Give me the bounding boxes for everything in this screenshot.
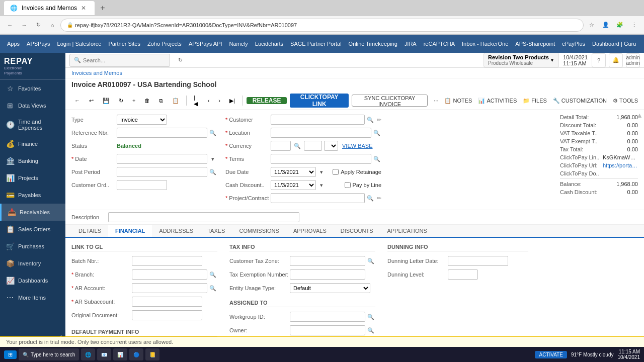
taskbar-chrome[interactable]: 🔵 (129, 348, 143, 360)
toolbar-recaptcha[interactable]: reCAPTCHA (421, 40, 458, 48)
currency-rate-input[interactable]: 1.00 (304, 141, 322, 151)
post-period-input[interactable]: 10-2021 (117, 167, 207, 177)
sidebar-item-receivables[interactable]: 📥 Receivables (0, 204, 65, 221)
workgroup-search-btn[interactable]: 🔍 (366, 312, 375, 321)
add-btn[interactable]: + (129, 95, 138, 107)
sidebar-item-more[interactable]: ⋯ More Items (0, 289, 65, 306)
tab-details[interactable]: DETAILS (71, 225, 108, 238)
tab-applications[interactable]: APPLICATIONS (380, 225, 434, 238)
toolbar-apps[interactable]: Apps (4, 40, 23, 48)
forward-btn[interactable]: → (18, 19, 30, 31)
extensions-btn[interactable]: 🧩 (614, 19, 626, 31)
back-nav-btn[interactable]: ← (71, 95, 83, 107)
batch-nbr-input[interactable] (132, 256, 202, 266)
address-bar[interactable]: 🔒 repay-ifjbxy78/2021R2-QA/Main?ScreenId… (60, 19, 584, 32)
user-btn[interactable]: admin admin (626, 53, 640, 67)
sidebar-item-sales-orders[interactable]: 📋 Sales Orders (0, 221, 65, 238)
toolbar-apspays[interactable]: APSPays (24, 40, 53, 48)
sidebar-item-favorites[interactable]: ☆ Favorites (0, 80, 65, 97)
bookmark-btn[interactable]: ☆ (586, 19, 598, 31)
help-btn[interactable]: ? (592, 53, 606, 67)
customer-input[interactable]: ABARTENDE - USA Bartending School (271, 115, 365, 125)
description-input[interactable] (108, 212, 299, 222)
pay-by-line-checkbox[interactable] (345, 182, 351, 188)
cash-discount-date-picker-btn[interactable]: ▾ (317, 180, 326, 190)
tab-approvals[interactable]: APPROVALS (286, 225, 334, 238)
view-base-link[interactable]: VIEW BASE (342, 143, 373, 149)
active-tab[interactable]: 🌐 Invoices and Memos ✕ (4, 1, 95, 15)
entity-usage-select[interactable]: Default (290, 283, 370, 293)
currency-input[interactable]: USD (271, 141, 291, 151)
tab-addresses[interactable]: ADDRESSES (152, 225, 200, 238)
customization-btn[interactable]: 🔧 CUSTOMIZATION (553, 98, 607, 104)
refresh-page-btn[interactable]: ↻ (174, 54, 186, 66)
delete-btn[interactable]: 🗑 (141, 95, 153, 107)
post-period-search-btn[interactable]: 🔍 (208, 167, 217, 176)
location-input[interactable]: MAIN - Primary Location (271, 128, 371, 138)
customer-tax-zone-input[interactable] (290, 256, 365, 266)
dunning-letter-date-input[interactable] (448, 256, 508, 266)
sidebar-item-dashboards[interactable]: 📈 Dashboards (0, 272, 65, 289)
back-btn[interactable]: ← (4, 19, 16, 31)
sidebar-item-projects[interactable]: 📊 Projects (0, 169, 65, 187)
tab-discounts[interactable]: DISCOUNTS (334, 225, 380, 238)
toolbar-lucidcharts[interactable]: Lucidcharts (252, 40, 286, 48)
search-box[interactable]: 🔍 (69, 54, 170, 67)
due-date-select[interactable]: 11/3/2021 (271, 167, 316, 177)
redo-btn[interactable]: ↻ (116, 95, 126, 107)
breadcrumb-parent[interactable]: Invoices and Memos (71, 70, 122, 76)
sidebar-item-purchases[interactable]: 🛒 Purchases (0, 238, 65, 255)
taskbar-browser[interactable]: 🌐 (81, 348, 95, 360)
ar-subaccount-input[interactable]: 000-000 - Default (132, 297, 202, 307)
tab-close-btn[interactable]: ✕ (81, 5, 86, 12)
toolbar-apspays-api[interactable]: APSPays API (186, 40, 225, 48)
files-btn[interactable]: 📁 FILES (523, 98, 547, 104)
location-search-btn[interactable]: 🔍 (372, 128, 381, 137)
notes-btn[interactable]: 📋 NOTES (444, 98, 472, 104)
ar-account-input[interactable]: 11000 - Accounts Receivable (132, 283, 207, 293)
apply-retainage-checkbox[interactable] (333, 169, 339, 175)
toolbar-dashboard[interactable]: Dashboard | Guru (589, 40, 639, 48)
date-picker-btn[interactable]: ▾ (208, 154, 217, 163)
tab-taxes[interactable]: TAXES (200, 225, 232, 238)
owner-input[interactable] (290, 325, 365, 335)
new-tab-btn[interactable]: + (97, 2, 109, 14)
home-btn[interactable]: ⌂ (46, 19, 58, 31)
clicktopay-btn[interactable]: CLICKTOPAY LINK (290, 94, 348, 108)
toolbar-zoho[interactable]: Zoho Projects (144, 40, 185, 48)
original-doc-input[interactable] (132, 310, 202, 320)
tax-exemption-input[interactable] (290, 269, 365, 280)
date-input[interactable]: 10/4/2021 (117, 154, 207, 164)
toolbar-inbox[interactable]: Inbox - HackerOne (459, 40, 511, 48)
workgroup-input[interactable] (290, 312, 365, 322)
terms-input[interactable]: 30D - 30 Days (271, 154, 371, 164)
first-btn[interactable]: |◀ (191, 95, 201, 107)
toolbar-cpayplus[interactable]: cPayPlus (559, 40, 588, 48)
save-list-btn[interactable]: 💾 (100, 95, 113, 107)
branch-search-btn[interactable]: 🔍 (208, 270, 217, 279)
taskbar-outlook[interactable]: 📧 (97, 348, 111, 360)
ar-account-search-btn[interactable]: 🔍 (208, 284, 217, 293)
toolbar-partner-sites[interactable]: Partner Sites (105, 40, 143, 48)
undo-nav-btn[interactable]: ↩ (86, 95, 97, 107)
due-date-picker-btn[interactable]: ▾ (317, 167, 326, 176)
bell-btn[interactable]: 🔔 (609, 53, 623, 67)
refnbr-input[interactable]: AR010097 (117, 128, 207, 138)
project-edit-btn[interactable]: ✏ (377, 195, 381, 202)
toolbar-sage[interactable]: SAGE Partner Portal (287, 40, 345, 48)
sidebar-item-inventory[interactable]: 📦 Inventory (0, 255, 65, 272)
sidebar-item-time-expenses[interactable]: 🕐 Time and Expenses (0, 114, 65, 135)
customer-tax-zone-search-btn[interactable]: 🔍 (366, 256, 375, 265)
tools-btn[interactable]: ⚙ TOOLS (613, 98, 638, 104)
branch-input[interactable]: PRODWHOLE - Products Wh.. (132, 269, 207, 280)
more-actions-btn[interactable]: ··· (431, 95, 441, 107)
customer-order-input[interactable] (117, 180, 167, 190)
customer-edit-btn[interactable]: ✏ (377, 117, 381, 123)
refresh-btn[interactable]: ↻ (32, 19, 44, 31)
toolbar-aps-sharepoint[interactable]: APS-Sharepoint (512, 40, 558, 48)
type-select[interactable]: Invoice (117, 115, 167, 125)
menu-btn[interactable]: ⋮ (628, 19, 640, 31)
sync-btn[interactable]: SYNC CLICKTOPAY INVOICE (352, 95, 428, 107)
paste-btn[interactable]: 📋 (169, 95, 182, 107)
search-input[interactable] (83, 57, 158, 63)
